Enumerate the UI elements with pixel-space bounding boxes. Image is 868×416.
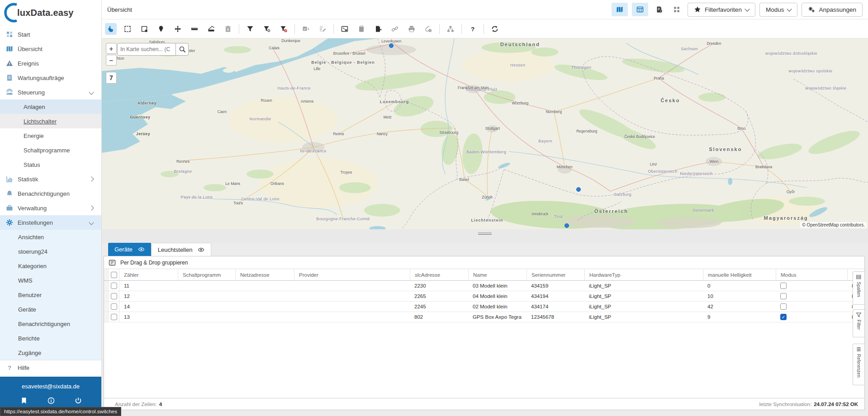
measure-distance-button[interactable] (189, 23, 200, 35)
anpassungen-button[interactable]: Anpassungen (802, 3, 863, 17)
map-marker[interactable] (389, 43, 394, 48)
row-checkbox[interactable] (111, 303, 117, 310)
table-view-button[interactable] (632, 3, 648, 16)
zoom-in-button[interactable]: + (106, 43, 117, 54)
measure-area-button[interactable] (205, 23, 217, 35)
row-checkbox[interactable] (111, 314, 117, 320)
topology-button[interactable] (445, 23, 456, 35)
column-header-hardwaretyp[interactable]: HardwareTyp (584, 269, 703, 280)
zoom-out-button[interactable]: − (106, 55, 117, 66)
info-icon[interactable] (47, 397, 54, 404)
row-checkbox[interactable] (111, 283, 117, 289)
map-attribution[interactable]: © OpenStreetMap contributors. (800, 222, 867, 228)
filter-remove-button[interactable] (278, 23, 289, 35)
eye-icon[interactable] (198, 246, 204, 253)
select-confirm-button[interactable] (300, 23, 312, 35)
power-icon[interactable] (75, 397, 81, 404)
sidebar-item-hilfe[interactable]: ?Hilfe (0, 360, 101, 375)
sidebar-item-steuerung[interactable]: Steuerung (0, 85, 101, 99)
sidebar-item-wms[interactable]: WMS (0, 273, 101, 288)
sidebar-item-start[interactable]: Start (0, 27, 101, 42)
sidebar-item-ereignis[interactable]: Ereignis (0, 56, 101, 71)
search-button[interactable] (176, 43, 189, 56)
link-button[interactable] (389, 23, 401, 35)
table-row[interactable]: 13802GPS Box Axpo Tegra12345678iLight_SP… (104, 312, 853, 322)
pan-move-button[interactable] (172, 23, 184, 35)
column-header-slcadresse[interactable]: slcAdresse (410, 269, 468, 280)
sidebar-item-einstellungen[interactable]: Einstellungen (0, 215, 101, 230)
eye-icon[interactable] (138, 246, 145, 253)
table-row[interactable]: 12226504 Modell klein434194iLight_SP1080 (104, 291, 853, 302)
filterfavoriten-button[interactable]: Filterfavoriten (688, 3, 755, 17)
column-header-manuelle-helligkeit[interactable]: manuelle Helligkeit (703, 269, 776, 280)
select-hand-button[interactable] (105, 23, 117, 35)
group-by-bar[interactable]: Per Drag & Drop gruppieren (104, 256, 864, 269)
map-search-input[interactable] (117, 43, 176, 56)
column-header-te[interactable]: Te (847, 269, 853, 280)
column-header-seriennummer[interactable]: Seriennummer (526, 269, 584, 280)
user-email[interactable]: esavetest@sixdata.de (0, 383, 101, 390)
refresh-button[interactable] (489, 23, 501, 35)
splitter-handle[interactable] (478, 231, 492, 236)
modus-checkbox[interactable]: ✓ (780, 314, 787, 320)
map-marker[interactable] (576, 187, 581, 192)
column-header-z-hler[interactable]: Zähler (119, 269, 178, 280)
select-all-checkbox[interactable] (111, 272, 117, 278)
sidebar-item-status[interactable]: Status (0, 157, 101, 172)
print-button[interactable] (406, 23, 417, 35)
zoom-rectangle-button[interactable] (122, 23, 133, 35)
modus-checkbox[interactable] (780, 303, 787, 310)
filter-confirm-button[interactable] (261, 23, 273, 35)
clipboard-button[interactable] (356, 23, 367, 35)
map-view-button[interactable] (612, 3, 628, 16)
sidebar-item-ansichten[interactable]: Ansichten (0, 230, 101, 244)
sidebar-item-lichtschalter[interactable]: Lichtschalter (0, 114, 101, 128)
column-header-modus[interactable]: Modus (776, 269, 847, 280)
side-tab-filter[interactable]: Filter (853, 309, 864, 337)
sidebar-item-berichte[interactable]: Berichte (0, 331, 101, 345)
report-button[interactable]: i (652, 3, 666, 16)
map-marker[interactable] (564, 223, 569, 228)
modus-button[interactable]: Modus (759, 3, 798, 17)
sidebar-item-statistik[interactable]: Statistik (0, 172, 101, 186)
export-file-button[interactable] (372, 23, 384, 35)
sidebar-item-wartungsauftr-ge[interactable]: Wartungsaufträge (0, 71, 101, 85)
row-checkbox[interactable] (111, 293, 117, 299)
filter-button[interactable] (244, 23, 256, 35)
column-header-schaltprogramm[interactable]: Schaltprogramm (178, 269, 235, 280)
table-row[interactable]: 14224502 Modell klein434174iLight_SP4280 (104, 302, 853, 312)
delete-button[interactable] (222, 23, 234, 35)
sidebar-item-energie[interactable]: Energie (0, 128, 101, 143)
edit-attributes-button[interactable] (317, 23, 328, 35)
export-image-button[interactable] (339, 23, 351, 35)
map-canvas[interactable]: DeutschlandBelgie - Belgique - BelgienLu… (102, 38, 868, 229)
add-marker-button[interactable] (155, 23, 167, 35)
sidebar-item-stoerung24[interactable]: stoerung24 (0, 244, 101, 259)
sidebar-item-verwaltung[interactable]: Verwaltung (0, 201, 101, 215)
sidebar-item-ger-te[interactable]: Geräte (0, 302, 101, 317)
table-row[interactable]: 11223003 Modell klein434159iLight_SP080 (104, 281, 853, 291)
sidebar-item-schaltprogramme[interactable]: Schaltprogramme (0, 143, 101, 157)
column-header-provider[interactable]: Provider (294, 269, 410, 280)
column-header-name[interactable]: Name (468, 269, 526, 280)
sidebar-item-label: Kategorien (18, 263, 47, 269)
sidebar-item-bersicht[interactable]: Übersicht (0, 42, 101, 56)
tab-leuchtstellen[interactable]: Leuchtstellen (151, 243, 212, 256)
sidebar-item-benutzer[interactable]: Benutzer (0, 288, 101, 302)
apps-grid-button[interactable] (670, 3, 683, 16)
sidebar-item-benachrichtigungen[interactable]: Benachrichtigungen (0, 186, 101, 201)
sidebar-item-benachrichtigungen[interactable]: Benachrichtigungen (0, 317, 101, 331)
help-button[interactable]: ? (467, 23, 479, 35)
attachment-info-button[interactable]: i (422, 23, 434, 35)
sidebar-item-zug-nge[interactable]: Zugänge (0, 345, 101, 360)
modus-checkbox[interactable] (780, 283, 787, 289)
side-tab-spalten[interactable]: Spalten (853, 271, 864, 305)
bookmark-icon[interactable] (20, 397, 27, 404)
sidebar-item-kategorien[interactable]: Kategorien (0, 259, 101, 273)
column-header-netzadresse[interactable]: Netzadresse (235, 269, 294, 280)
tab-geraete[interactable]: Geräte (108, 243, 151, 256)
sidebar-item-anlagen[interactable]: Anlagen (0, 99, 101, 114)
modus-checkbox[interactable] (780, 293, 787, 299)
side-tab-referenzen[interactable]: Referenzen (853, 344, 864, 385)
select-rectangle-button[interactable] (138, 23, 150, 35)
